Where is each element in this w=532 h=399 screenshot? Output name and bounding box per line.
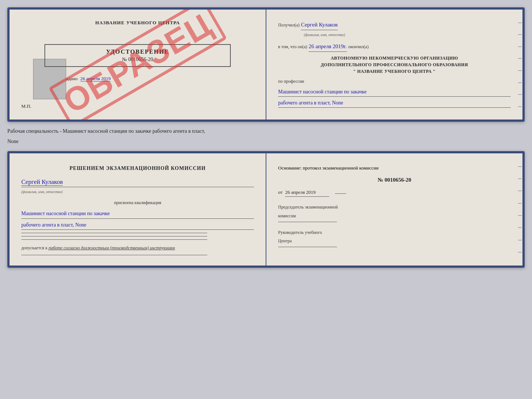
poluchil-label: Получил(а): [278, 21, 299, 29]
deco-line: [518, 166, 522, 167]
dopuskaetsya-block: допускается к работе согласно должностны…: [21, 244, 254, 252]
top-document: НАЗВАНИЕ УЧЕБНОГО ЦЕНТРА ОБРАЗЕЦ УДОСТОВ…: [7, 7, 525, 122]
po-professii-label: по профессии: [278, 78, 511, 86]
osnovanie-label: Основание: протокол экзаменационной коми…: [278, 164, 511, 172]
deco-line: [518, 240, 522, 241]
familiya-label-bottom: (фамилия, имя, отчество): [21, 190, 62, 194]
deco-line: [518, 94, 522, 95]
bottom-document: Решением экзаменационной комиссии Сергей…: [7, 151, 525, 268]
ot-date: 26 апреля 2019: [285, 188, 329, 197]
deco-line: [518, 190, 522, 191]
rukovoditel-sig-line: [278, 247, 337, 247]
deco-line: [518, 82, 522, 83]
school-name-top: НАЗВАНИЕ УЧЕБНОГО ЦЕНТРА: [95, 20, 180, 26]
org-line2: ДОПОЛНИТЕЛЬНОГО ПРОФЕССИОНАЛЬНОГО ОБРАЗО…: [278, 61, 511, 68]
org-line1: АВТОНОМНУЮ НЕКОММЕРЧЕСКУЮ ОРГАНИЗАЦИЮ: [278, 55, 511, 61]
deco-line: [518, 252, 522, 253]
udostoverenie-title: УДОСТОВЕРЕНИЕ: [53, 49, 222, 55]
decoration-lines-top: [517, 10, 522, 120]
familiya-label-top: (фамилия, имя, отчество): [304, 33, 345, 37]
person-name-bottom: Сергей Кулаков: [21, 178, 63, 186]
komissia-label-bottom: комиссии: [278, 213, 296, 218]
ot-label: от: [278, 189, 283, 195]
deco-line: [518, 58, 522, 59]
org-line3: " НАЗВАНИЕ УЧЕБНОГО ЦЕНТРА ": [278, 68, 511, 75]
deco-line: [518, 22, 522, 23]
deco-line: [518, 106, 522, 107]
top-doc-right: Получил(а) Сергей Кулаков (фамилия, имя,…: [266, 10, 522, 120]
protocol-num: № 0010656-20: [278, 175, 511, 185]
dopuskaetsya-text: работе согласно должностным (производств…: [48, 245, 175, 250]
tsentra-label: Центра: [278, 238, 292, 243]
decoration-lines-bottom: [517, 153, 522, 266]
between-text-line2: None: [7, 136, 525, 147]
deco-line: [518, 70, 522, 71]
komissia-text: Решением экзаменационной комиссии: [21, 164, 254, 173]
deco-line: [518, 227, 522, 228]
udostoverenie-box: УДОСТОВЕРЕНИЕ № 0010656-20: [44, 44, 230, 67]
deco-line: [518, 203, 522, 204]
bottom-doc-right: Основание: протокол экзаменационной коми…: [266, 153, 522, 266]
profession-line1-bottom: Машинист насосной станции по закачке: [21, 209, 254, 218]
between-text-block: Рабочая специальность - Машинист насосно…: [7, 126, 525, 146]
predsedatel-sig-line: [278, 222, 337, 222]
top-doc-left: НАЗВАНИЕ УЧЕБНОГО ЦЕНТРА ОБРАЗЕЦ УДОСТОВ…: [10, 10, 266, 120]
profession-line2-top: рабочего агента в пласт, None: [278, 98, 511, 108]
udostoverenie-num: № 0010656-20: [53, 57, 222, 63]
deco-line: [518, 34, 522, 35]
person-name-block: Сергей Кулаков (фамилия, имя, отчество): [21, 177, 254, 196]
profession-line2-bottom: рабочего агента в пласт, None: [21, 220, 254, 230]
rukovoditel-label: Руководитель учебного: [278, 230, 322, 235]
predsedatel-block: Председатель экзаменационной комиссии: [278, 203, 511, 222]
prisvoena-label: присвоена квалификация: [21, 199, 254, 207]
between-text-line1: Рабочая специальность - Машинист насосно…: [7, 126, 525, 136]
deco-line: [518, 46, 522, 47]
v-tom-label: в том, что он(а): [278, 43, 307, 51]
vibrano-date: 26 апреля 2019: [80, 76, 111, 82]
rukovoditel-block: Руководитель учебного Центра: [278, 228, 511, 247]
profession-line1-top: Машинист насосной станции по закачке: [278, 87, 511, 97]
ot-date-row: от 26 апреля 2019: [278, 188, 511, 197]
predsedatel-label: Председатель экзаменационной: [278, 204, 338, 210]
date-value: 26 апреля 2019г.: [309, 42, 347, 52]
vibrano-line: Выдано 26 апреля 2019: [62, 76, 111, 82]
okonchil-label: окончил(а): [348, 43, 369, 51]
poluchil-row: Получил(а) Сергей Кулаков: [278, 20, 511, 30]
dopuskaetsya-label: допускается к: [21, 245, 47, 250]
v-tom-row: в том, что он(а) 26 апреля 2019г. окончи…: [278, 42, 511, 52]
deco-line: [518, 178, 522, 179]
org-block: АВТОНОМНУЮ НЕКОММЕРЧЕСКУЮ ОРГАНИЗАЦИЮ ДО…: [278, 55, 511, 75]
mp-label: М.П.: [21, 103, 31, 109]
deco-line: [518, 215, 522, 216]
poluchil-name: Сергей Кулаков: [301, 20, 338, 30]
bottom-doc-left: Решением экзаменационной комиссии Сергей…: [10, 153, 266, 266]
